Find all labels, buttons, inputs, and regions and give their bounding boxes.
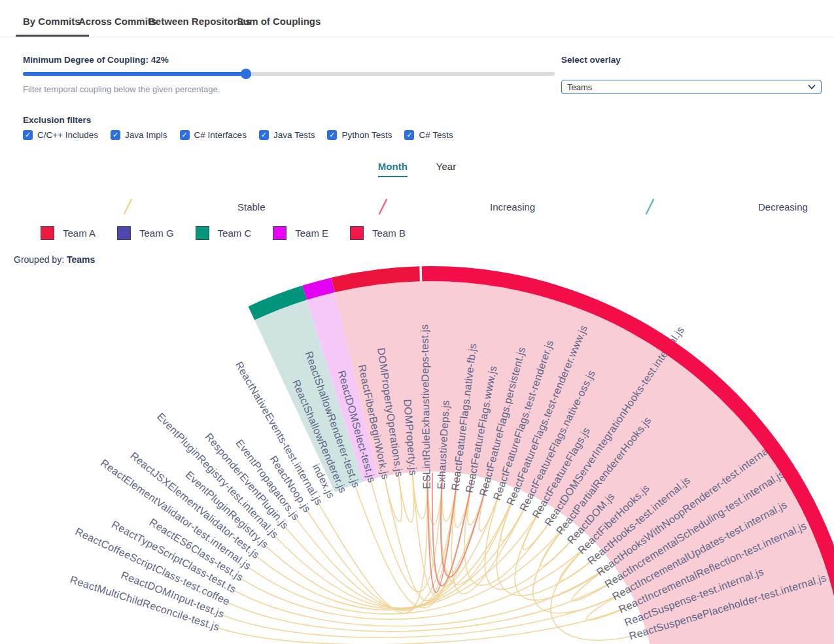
grouped-by: Grouped by: Teams	[14, 254, 95, 265]
filter-label: C# Interfaces	[194, 130, 247, 140]
exclusion-filters-label: Exclusion filters	[23, 115, 91, 125]
filter-java-tests[interactable]: ✓Java Tests	[259, 130, 315, 140]
coupling-edge	[266, 497, 530, 609]
swatch-team-g	[117, 226, 131, 240]
temporal-coupling-radial-chart: ReactMultiChildReconcile-test.jsReactDOM…	[0, 0, 834, 644]
checkbox-c-interfaces[interactable]: ✓	[180, 130, 190, 140]
stable-line-icon	[121, 197, 135, 216]
team-label: Team C	[218, 228, 252, 239]
overlay-select-value: Teams	[567, 82, 592, 92]
period-month[interactable]: Month	[378, 161, 408, 177]
coupling-help-text: Filter temporal coupling below the given…	[23, 84, 220, 94]
grouped-by-value: Teams	[67, 254, 95, 265]
chevron-down-icon	[808, 84, 816, 90]
filter-python-tests[interactable]: ✓Python Tests	[327, 130, 392, 140]
period-year[interactable]: Year	[436, 161, 456, 177]
increasing-line-icon	[376, 197, 391, 216]
trend-label-stable: Stable	[237, 201, 266, 212]
swatch-team-b	[350, 226, 364, 240]
team-label: Team E	[295, 228, 328, 239]
filter-label: C# Tests	[419, 130, 453, 140]
app-page: ReactMultiChildReconcile-test.jsReactDOM…	[0, 0, 834, 644]
filter-label: Java Impls	[125, 130, 167, 140]
checkbox-c-c-includes[interactable]: ✓	[23, 130, 33, 140]
legend-team-a: Team A	[41, 226, 96, 240]
filter-c-c-includes[interactable]: ✓C/C++ Includes	[23, 130, 98, 140]
trend-label-increasing: Increasing	[490, 201, 535, 212]
tab-sum-of-couplings[interactable]: Sum of Couplings	[237, 16, 321, 27]
team-label: Team A	[63, 228, 96, 239]
coupling-slider[interactable]	[23, 69, 555, 79]
slider-thumb[interactable]	[241, 69, 251, 79]
filter-c-tests[interactable]: ✓C# Tests	[404, 130, 453, 140]
legend-team-c: Team C	[196, 226, 252, 240]
swatch-team-e	[273, 226, 287, 240]
swatch-team-a	[41, 226, 54, 240]
checkbox-python-tests[interactable]: ✓	[327, 130, 337, 140]
trend-label-decreasing: Decreasing	[758, 201, 808, 212]
slider-fill	[23, 72, 246, 76]
period-toggle: MonthYear	[0, 161, 834, 177]
checkbox-java-tests[interactable]: ✓	[259, 130, 269, 140]
grouped-by-prefix: Grouped by:	[14, 254, 64, 265]
filter-label: C/C++ Includes	[37, 130, 98, 140]
team-label: Team B	[372, 228, 406, 239]
swatch-team-c	[196, 226, 209, 240]
tab-bar: By CommitsAcross CommitsBetween Reposito…	[0, 0, 834, 37]
legend-team-g: Team G	[117, 226, 174, 240]
filter-label: Python Tests	[341, 130, 392, 140]
overlay-label: Select overlay	[561, 55, 621, 65]
checkbox-java-impls[interactable]: ✓	[111, 130, 120, 140]
legend-team-e: Team E	[273, 226, 328, 240]
tab-by-commits[interactable]: By Commits	[23, 16, 80, 27]
filter-c-interfaces[interactable]: ✓C# Interfaces	[180, 130, 247, 140]
coupling-edge	[256, 504, 544, 610]
exclusion-filter-group: ✓C/C++ Includes✓Java Impls✓C# Interfaces…	[23, 130, 453, 140]
overlay-select[interactable]: Teams	[561, 80, 822, 94]
team-label: Team G	[139, 228, 174, 239]
slider-track[interactable]	[23, 72, 555, 76]
tab-between-repositories[interactable]: Between Repositories	[148, 16, 251, 27]
legend-team-b: Team B	[350, 226, 406, 240]
checkbox-c-tests[interactable]: ✓	[404, 130, 414, 140]
decreasing-line-icon	[643, 197, 657, 216]
coupling-slider-label: Minimum Degree of Coupling: 42%	[23, 55, 169, 65]
file-label[interactable]: ESLintRuleExhaustiveDeps-test.js	[419, 324, 432, 490]
coupling-edge	[234, 565, 611, 626]
tab-across-commits[interactable]: Across Commits	[78, 16, 156, 27]
filter-java-impls[interactable]: ✓Java Impls	[111, 130, 167, 140]
team-legend: Team ATeam GTeam CTeam ETeam B	[41, 226, 406, 240]
filter-label: Java Tests	[273, 130, 315, 140]
